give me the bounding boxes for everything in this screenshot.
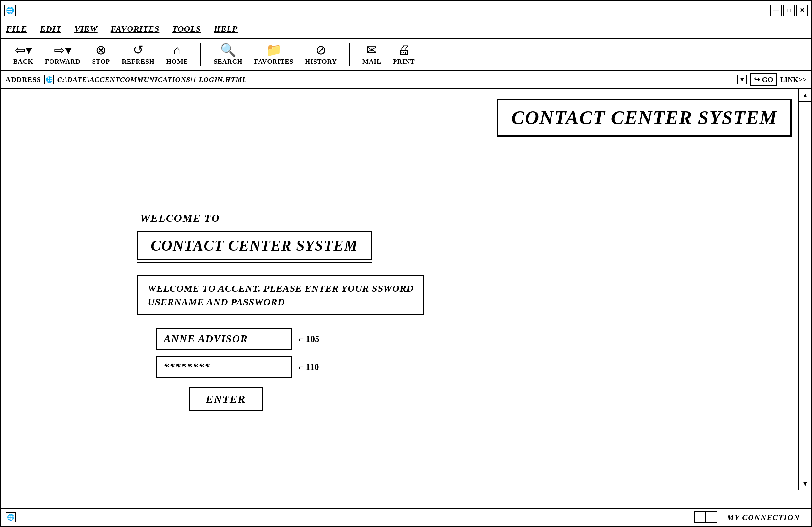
scrollbar-track <box>799 102 811 477</box>
password-ref-number: 110 <box>306 362 319 372</box>
status-box-1 <box>694 511 706 523</box>
home-label: HOME <box>166 58 188 66</box>
password-field-box: ******** <box>156 356 292 378</box>
welcome-underline <box>137 261 372 262</box>
welcome-msg-line2: USERNAME AND PASSWORD <box>148 297 285 307</box>
history-label: HISTORY <box>305 58 337 66</box>
welcome-msg-line1: WELCOME TO ACCENT. PLEASE ENTER YOUR <box>148 283 369 294</box>
print-icon: 🖨 <box>397 44 410 57</box>
enter-button-label: ENTER <box>206 393 246 405</box>
refresh-icon: ↺ <box>133 44 144 57</box>
stop-icon: ⊗ <box>96 44 106 57</box>
search-icon: 🔍 <box>220 44 236 57</box>
go-button[interactable]: ↪ GO <box>750 73 777 86</box>
toolbar-separator-2 <box>349 43 350 66</box>
go-label: GO <box>762 75 773 84</box>
stop-label: STOP <box>92 58 110 66</box>
print-button[interactable]: 🖨 PRINT <box>393 44 415 66</box>
menu-bar: FILE EDIT VIEW FAVORITES TOOLS HELP <box>1 20 811 39</box>
welcome-title-box: CONTACT CENTER SYSTEM <box>137 231 372 260</box>
password-value: ******** <box>164 361 211 373</box>
history-button[interactable]: ⊘ HISTORY <box>305 44 337 66</box>
login-area: WELCOME TO CONTACT CENTER SYSTEM WELCOME… <box>137 212 424 411</box>
status-bar: 🌐 MY CONNECTION <box>1 508 811 526</box>
welcome-msg-extra: SSWORD <box>372 283 414 294</box>
print-label: PRINT <box>393 58 415 66</box>
address-icon: 🌐 <box>44 75 54 85</box>
address-label: ADDRESS <box>5 75 41 84</box>
menu-file[interactable]: FILE <box>6 24 27 34</box>
scroll-down-button[interactable]: ▼ <box>799 477 811 490</box>
menu-view[interactable]: VIEW <box>74 24 98 34</box>
address-dropdown[interactable]: ▼ <box>737 75 747 85</box>
search-button[interactable]: 🔍 SEARCH <box>214 44 242 66</box>
welcome-message-box: WELCOME TO ACCENT. PLEASE ENTER YOUR SSW… <box>137 275 424 315</box>
back-icon: ⇦▾ <box>15 44 32 57</box>
refresh-label: REFRESH <box>122 58 154 66</box>
forward-label: FORWARD <box>45 58 81 66</box>
refresh-button[interactable]: ↺ REFRESH <box>122 44 154 66</box>
status-boxes <box>694 511 717 523</box>
welcome-message-text: WELCOME TO ACCENT. PLEASE ENTER YOUR SSW… <box>148 282 414 309</box>
minimize-button[interactable]: — <box>770 4 782 16</box>
toolbar-separator-1 <box>200 43 201 66</box>
title-bar: 🌐 — □ ✕ <box>1 1 811 20</box>
menu-favorites[interactable]: FAVORITES <box>111 24 160 34</box>
back-label: BACK <box>13 58 33 66</box>
enter-button[interactable]: ENTER <box>189 387 263 411</box>
menu-edit[interactable]: EDIT <box>40 24 61 34</box>
search-label: SEARCH <box>214 58 242 66</box>
go-arrow-icon: ↪ <box>754 75 760 84</box>
status-icon: 🌐 <box>5 512 16 523</box>
home-button[interactable]: ⌂ HOME <box>166 44 188 66</box>
scrollbar-right: ▲ ▼ <box>798 89 811 490</box>
status-box-2 <box>706 511 717 523</box>
password-ref: ⌐ 110 <box>299 362 319 372</box>
page-title: CONTACT CENTER SYSTEM <box>511 107 778 128</box>
forward-icon: ⇨▾ <box>54 44 72 57</box>
menu-tools[interactable]: TOOLS <box>172 24 201 34</box>
browser-window: 🌐 — □ ✕ FILE EDIT VIEW FAVORITES TOOLS H… <box>0 0 812 527</box>
history-icon: ⊘ <box>316 44 327 57</box>
password-field-row: ******** ⌐ 110 <box>156 356 319 378</box>
home-icon: ⌂ <box>173 44 181 57</box>
mail-label: MAIL <box>362 58 381 66</box>
username-ref-arrow: ⌐ <box>299 334 304 344</box>
back-button[interactable]: ⇦▾ BACK <box>13 44 33 66</box>
username-ref-number: 105 <box>306 334 319 344</box>
menu-help[interactable]: HELP <box>214 24 237 34</box>
username-value: ANNE ADVISOR <box>164 333 248 344</box>
stop-button[interactable]: ⊗ STOP <box>92 44 110 66</box>
forward-button[interactable]: ⇨▾ FORWARD <box>45 44 81 66</box>
mail-icon: ✉ <box>366 44 377 57</box>
form-fields: ANNE ADVISOR ⌐ 105 ******** ⌐ 110 <box>156 328 319 411</box>
welcome-to-label: WELCOME TO <box>140 212 220 224</box>
main-content: ▲ ▼ CONTACT CENTER SYSTEM WELCOME TO CON… <box>1 89 811 508</box>
page-title-box: CONTACT CENTER SYSTEM <box>497 99 792 137</box>
maximize-button[interactable]: □ <box>783 4 795 16</box>
username-ref: ⌐ 105 <box>299 334 319 344</box>
title-bar-left: 🌐 <box>4 4 16 16</box>
connection-status: MY CONNECTION <box>721 513 807 522</box>
browser-icon: 🌐 <box>4 4 16 16</box>
favorites-button[interactable]: 📁 FAVORITES <box>254 44 293 66</box>
welcome-title-text: CONTACT CENTER SYSTEM <box>151 237 358 254</box>
welcome-title-container: CONTACT CENTER SYSTEM <box>137 231 372 262</box>
close-button[interactable]: ✕ <box>796 4 808 16</box>
favorites-label: FAVORITES <box>254 58 293 66</box>
title-bar-controls: — □ ✕ <box>770 4 808 16</box>
address-input[interactable] <box>57 75 734 84</box>
scroll-up-button[interactable]: ▲ <box>799 89 811 102</box>
favorites-icon: 📁 <box>266 44 282 57</box>
username-field-box: ANNE ADVISOR <box>156 328 292 350</box>
links-button[interactable]: LINK>> <box>780 75 807 84</box>
mail-button[interactable]: ✉ MAIL <box>362 44 381 66</box>
password-ref-arrow: ⌐ <box>299 362 304 372</box>
address-bar: ADDRESS 🌐 ▼ ↪ GO LINK>> <box>1 71 811 89</box>
username-field-row: ANNE ADVISOR ⌐ 105 <box>156 328 319 350</box>
toolbar: ⇦▾ BACK ⇨▾ FORWARD ⊗ STOP ↺ REFRESH ⌂ HO… <box>1 39 811 71</box>
